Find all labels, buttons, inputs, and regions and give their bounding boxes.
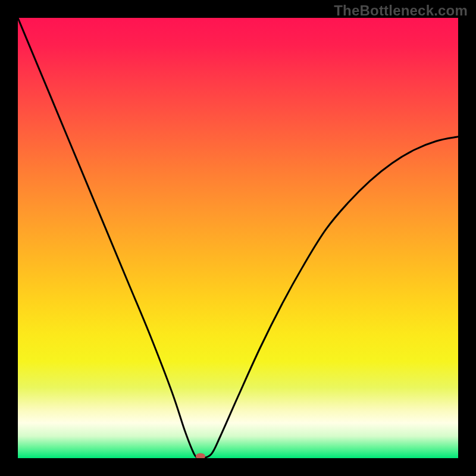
watermark-text: TheBottleneck.com [334,2,468,19]
plot-area [18,18,458,458]
valley-marker [196,453,205,459]
chart-frame: TheBottleneck.com [0,0,476,476]
bottleneck-curve [18,18,458,458]
